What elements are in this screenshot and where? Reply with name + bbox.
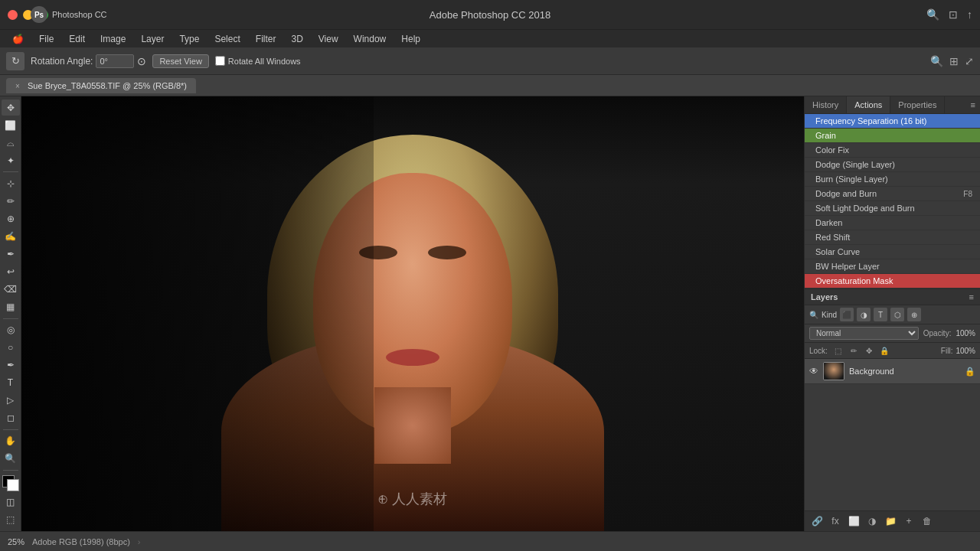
rotate-all-checkbox[interactable]	[215, 56, 225, 66]
tab-history[interactable]: History	[805, 96, 847, 113]
menu-view[interactable]: View	[312, 32, 345, 46]
layer-item-background[interactable]: 👁 Background 🔒	[805, 359, 980, 384]
filter-smart-object-icon[interactable]: ⊕	[907, 308, 921, 321]
layers-filter-bar: 🔍 Kind ⬛ ◑ T ⬡ ⊕	[805, 305, 980, 324]
lasso-tool[interactable]: ⌓	[2, 135, 20, 151]
action-item-solar-curve[interactable]: Solar Curve	[805, 245, 980, 259]
rotation-angle-input[interactable]	[96, 54, 134, 68]
filter-pixel-icon[interactable]: ⬛	[840, 308, 854, 321]
gradient-tool[interactable]: ▦	[2, 298, 20, 315]
menu-apple[interactable]: 🍎	[6, 32, 30, 46]
action-item-label: Burn (Single Layer)	[815, 174, 888, 184]
create-new-layer-button[interactable]: +	[901, 514, 916, 528]
lock-all-icon[interactable]: 🔒	[878, 344, 890, 357]
history-brush-tool[interactable]: ↩	[2, 263, 20, 279]
menu-image[interactable]: Image	[94, 32, 132, 46]
create-adjustment-layer-button[interactable]: ◑	[864, 514, 880, 528]
dodge-tool[interactable]: ○	[2, 340, 20, 356]
action-item-soft-light[interactable]: Soft Light Dodge and Burn	[805, 201, 980, 216]
opacity-label: Opacity:	[923, 329, 952, 337]
search-toolbar-icon[interactable]: 🔍	[930, 55, 943, 67]
magic-wand-tool[interactable]: ✦	[2, 152, 20, 168]
filter-type-icon[interactable]: T	[874, 308, 887, 321]
color-swatches[interactable]	[2, 475, 19, 491]
pen-tool[interactable]: ✒	[2, 357, 20, 373]
menu-help[interactable]: Help	[395, 32, 426, 46]
app-name-label: Photoshop CC	[52, 10, 107, 19]
crop-tool[interactable]: ⊹	[2, 175, 20, 191]
app-branding: Ps Photoshop CC	[31, 6, 107, 23]
menu-layer[interactable]: Layer	[135, 32, 170, 46]
lock-transparent-icon[interactable]: ⬚	[832, 344, 844, 357]
link-layers-button[interactable]: 🔗	[809, 514, 825, 528]
path-selection-tool[interactable]: ▷	[2, 393, 20, 409]
shadow-overlay	[21, 96, 374, 531]
reset-view-button[interactable]: Reset View	[152, 54, 208, 68]
search-icon[interactable]: 🔍	[926, 8, 939, 21]
layer-name-label: Background	[849, 367, 960, 376]
type-tool[interactable]: T	[2, 375, 20, 391]
filter-shape-icon[interactable]: ⬡	[890, 308, 904, 321]
close-button[interactable]	[8, 10, 18, 20]
move-tool[interactable]: ✥	[2, 99, 20, 116]
lock-image-icon[interactable]: ✏	[848, 344, 860, 357]
menu-edit[interactable]: Edit	[63, 32, 91, 46]
action-item-darken[interactable]: Darken	[805, 216, 980, 230]
action-item-label: Color Fix	[815, 145, 849, 155]
action-item-bw-helper[interactable]: BW Helper Layer	[805, 259, 980, 274]
hand-tool[interactable]: ✋	[2, 433, 20, 449]
filter-search-icon: 🔍	[809, 311, 818, 319]
filter-adjustment-icon[interactable]: ◑	[857, 308, 871, 321]
add-mask-button[interactable]: ⬜	[846, 514, 861, 528]
menu-filter[interactable]: Filter	[250, 32, 283, 46]
eraser-tool[interactable]: ⌫	[2, 281, 20, 297]
menu-file[interactable]: File	[33, 32, 60, 46]
shape-tool[interactable]: ◻	[2, 410, 20, 426]
share-icon[interactable]: ↑	[967, 8, 972, 21]
toolbar-right-icons: 🔍 ⊞ ⤢	[930, 55, 974, 67]
panel-menu-icon[interactable]: ≡	[966, 96, 980, 113]
healing-brush-tool[interactable]: ⊕	[2, 210, 20, 227]
action-item-burn-single[interactable]: Burn (Single Layer)	[805, 172, 980, 187]
action-item-red-shift[interactable]: Red Shift	[805, 230, 980, 245]
layers-header: Layers ≡	[805, 289, 980, 305]
menu-type[interactable]: Type	[173, 32, 205, 46]
tool-separator-2	[3, 318, 18, 319]
action-item-dodge-burn[interactable]: Dodge and Burn F8	[805, 187, 980, 201]
action-item-label: Frequency Separation (16 bit)	[815, 116, 927, 126]
tab-actions[interactable]: Actions	[847, 96, 890, 113]
add-layer-style-button[interactable]: fx	[828, 514, 843, 528]
delete-layer-button[interactable]: 🗑	[920, 514, 935, 528]
action-item-frequency-separation[interactable]: Frequency Separation (16 bit)	[805, 114, 980, 129]
zoom-tool[interactable]: 🔍	[2, 451, 20, 467]
action-item-grain[interactable]: Grain	[805, 129, 980, 143]
eyedropper-tool[interactable]: ✏	[2, 193, 20, 209]
layer-visibility-icon[interactable]: 👁	[809, 366, 818, 377]
app-icon: Ps	[31, 6, 47, 23]
tab-close-button[interactable]: ×	[15, 82, 23, 90]
background-color[interactable]	[7, 479, 19, 491]
status-arrow-icon[interactable]: ›	[138, 537, 141, 546]
blend-mode-select[interactable]: Normal	[809, 327, 919, 340]
screen-mode-button[interactable]: ⬚	[2, 512, 20, 528]
menu-select[interactable]: Select	[208, 32, 246, 46]
action-item-dodge-single[interactable]: Dodge (Single Layer)	[805, 158, 980, 172]
tab-properties[interactable]: Properties	[890, 96, 945, 113]
layers-panel-menu-icon[interactable]: ≡	[969, 292, 974, 302]
tool-separator-3	[3, 429, 18, 430]
blur-tool[interactable]: ◎	[2, 321, 20, 337]
action-item-oversaturation[interactable]: Oversaturation Mask	[805, 274, 980, 289]
arrange-icon[interactable]: ⊞	[949, 55, 959, 67]
rectangular-marquee-tool[interactable]: ⬜	[2, 117, 20, 133]
quick-mask-mode[interactable]: ◫	[2, 494, 20, 510]
create-group-button[interactable]: 📁	[883, 514, 898, 528]
screen-mode-icon[interactable]: ⊡	[949, 8, 958, 21]
brush-tool[interactable]: ✍	[2, 228, 20, 244]
menu-window[interactable]: Window	[348, 32, 393, 46]
lock-position-icon[interactable]: ✥	[863, 344, 875, 357]
clone-stamp-tool[interactable]: ✒	[2, 246, 20, 262]
action-item-color-fix[interactable]: Color Fix	[805, 143, 980, 158]
menu-3d[interactable]: 3D	[285, 32, 309, 46]
screen-mode-toolbar-icon[interactable]: ⤢	[965, 55, 974, 67]
document-tab[interactable]: × Sue Bryce_T8A0558.TIF @ 25% (RGB/8*)	[6, 78, 196, 93]
